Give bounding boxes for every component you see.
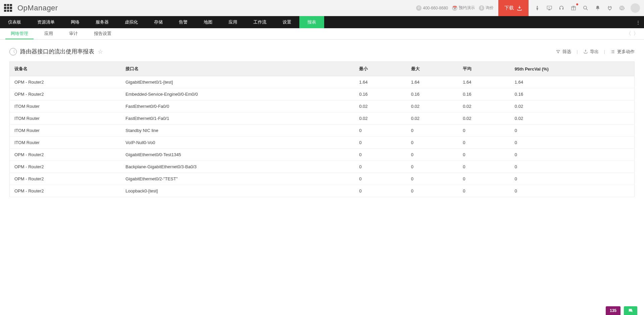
table-cell: 0.16 [406,88,458,100]
top-header: OpManager ✆ 400-660-8680 📅 预约演示 $ 询价 下载 [0,0,644,16]
table-cell: 0 [458,173,510,185]
main-nav-item[interactable]: 地图 [196,16,220,28]
table-cell: 0 [406,161,458,173]
table-cell: 0.02 [406,113,458,125]
table-row[interactable]: OPM - Router2Loopback0-[test]0000 [10,185,635,197]
table-row[interactable]: OPM - Router2GigabitEthernet0/1-[test]1.… [10,76,635,88]
table-row[interactable]: ITOM RouterFastEthernet0/1-Fa0/10.020.02… [10,113,635,125]
back-button[interactable]: 〈 [9,48,17,55]
table-header-cell[interactable]: 最大 [406,62,458,76]
separator: | [577,49,578,54]
sub-nav-item[interactable]: 报告设置 [89,28,117,39]
sub-nav-item[interactable]: 应用 [39,28,58,39]
table-cell: 0.02 [354,100,406,113]
plug-icon[interactable] [604,3,615,13]
phone-contact[interactable]: ✆ 400-660-8680 [415,5,449,11]
user-avatar[interactable] [631,3,640,13]
table-cell: Loopback0-[test] [121,185,354,197]
sub-nav-prev-icon[interactable]: 〈 [626,30,631,37]
sub-nav-item[interactable]: 审计 [64,28,83,39]
rocket-icon[interactable] [532,3,543,13]
table-cell: 0.02 [458,100,510,113]
favorite-star-icon[interactable]: ☆ [98,48,103,55]
more-actions-label: 更多动作 [617,49,635,55]
table-cell: 0.16 [510,88,635,100]
demo-label: 预约演示 [459,5,475,11]
export-button[interactable]: 导出 [583,49,599,55]
monitor-icon[interactable] [544,3,555,13]
main-nav-item[interactable]: 告警 [171,16,196,28]
table-row[interactable]: ITOM RouterVoIP-Null0-Vo00000 [10,137,635,149]
main-nav-item[interactable]: 网络 [63,16,88,28]
filter-label: 筛选 [562,49,571,55]
table-header-cell[interactable]: 接口名 [121,62,354,76]
table-cell: 0 [458,149,510,161]
table-cell: 0 [354,173,406,185]
table-row[interactable]: OPM - Router2Backplane-GigabitEthernet0/… [10,161,635,173]
table-cell: OPM - Router2 [10,185,121,197]
table-cell: 0.02 [510,100,635,113]
svg-point-0 [584,6,587,9]
calendar-icon: 📅 [452,5,457,11]
download-icon [516,5,523,11]
table-header-cell[interactable]: 最小 [354,62,406,76]
sub-nav: 网络管理应用审计报告设置 〈 〉 [0,28,644,40]
filter-button[interactable]: 筛选 [556,49,571,55]
table-header-row: 设备名接口名最小最大平均95th PercVal (%) [10,62,635,76]
quote-link[interactable]: $ 询价 [478,5,495,11]
table-cell: 0.02 [510,113,635,125]
main-nav-item[interactable]: 服务器 [88,16,117,28]
table-header-cell[interactable]: 平均 [458,62,510,76]
main-nav-item[interactable]: 设置 [275,16,299,28]
demo-link[interactable]: 📅 预约演示 [451,5,476,11]
gear-icon[interactable] [616,3,627,13]
list-icon [610,49,615,54]
table-row[interactable]: OPM - Router2GigabitEthernet0/0-Test1345… [10,149,635,161]
table-header-cell[interactable]: 95th PercVal (%) [510,62,635,76]
table-row[interactable]: OPM - Router2Embedded-Service-Engine0/0-… [10,88,635,100]
table-cell: 0 [458,125,510,137]
table-cell: Standby NIC line [121,125,354,137]
table-cell: FastEthernet0/1-Fa0/1 [121,113,354,125]
main-nav-item[interactable]: 工作流 [245,16,275,28]
main-nav-item[interactable]: 应用 [220,16,245,28]
table-row[interactable]: OPM - Router2GigabitEthernet0/2-"TEST"00… [10,173,635,185]
table-header-cell[interactable]: 设备名 [10,62,121,76]
search-icon[interactable] [580,3,591,13]
headset-icon[interactable] [556,3,567,13]
sub-nav-item[interactable]: 网络管理 [5,28,34,39]
export-icon [583,49,588,54]
main-nav-more-icon[interactable]: ⋮ [632,16,644,28]
apps-menu-icon[interactable] [4,4,12,12]
sub-nav-next-icon[interactable]: 〉 [633,30,639,37]
table-cell: GigabitEthernet0/0-Test1345 [121,149,354,161]
main-nav-item[interactable]: 报表 [299,16,324,28]
table-cell: 1.64 [458,76,510,88]
main-nav-item[interactable]: 仪表板 [0,16,29,28]
table-cell: 0 [510,185,635,197]
table-row[interactable]: ITOM RouterFastEthernet0/0-Fa0/00.020.02… [10,100,635,113]
page-header: 〈 路由器接口的流出使用率报表 ☆ 筛选 | 导出 | 更多动作 [9,48,635,55]
more-actions-button[interactable]: 更多动作 [610,49,635,55]
gift-icon[interactable] [568,3,579,13]
table-cell: OPM - Router2 [10,88,121,100]
main-nav-item[interactable]: 资源清单 [29,16,63,28]
table-cell: GigabitEthernet0/2-"TEST" [121,173,354,185]
table-cell: 0 [458,137,510,149]
page-title: 路由器接口的流出使用率报表 [20,48,94,55]
table-cell: 1.64 [354,76,406,88]
download-button[interactable]: 下载 [498,0,529,16]
main-nav-item[interactable]: 存储 [146,16,171,28]
table-cell: 0 [354,161,406,173]
bell-icon[interactable] [592,3,603,13]
download-label: 下载 [504,5,514,11]
main-nav-item[interactable]: 虚拟化 [117,16,146,28]
phone-number: 400-660-8680 [423,6,448,10]
phone-icon: ✆ [416,5,422,11]
table-cell: 0 [406,149,458,161]
report-table: 设备名接口名最小最大平均95th PercVal (%) OPM - Route… [9,61,635,197]
export-label: 导出 [590,49,599,55]
table-cell: 0.02 [458,113,510,125]
table-row[interactable]: ITOM RouterStandby NIC line0000 [10,125,635,137]
main-nav: 仪表板资源清单网络服务器虚拟化存储告警地图应用工作流设置报表 ⋮ [0,16,644,28]
